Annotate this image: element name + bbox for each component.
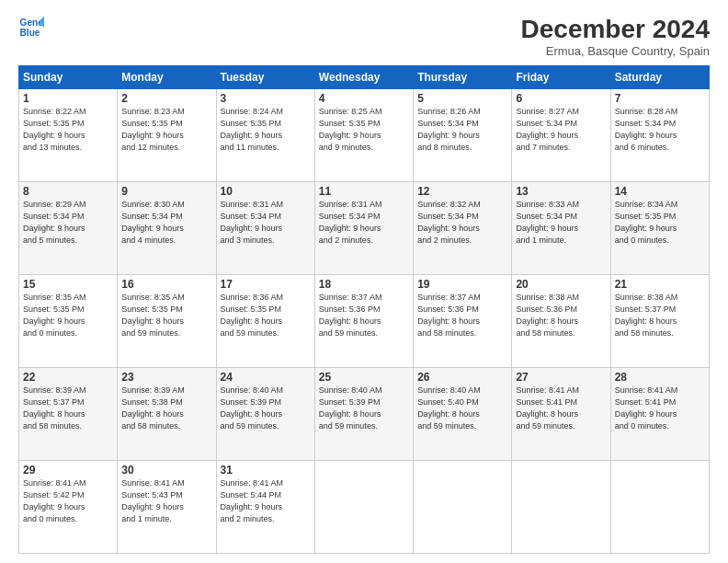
day-info: Sunrise: 8:41 AMSunset: 5:42 PMDaylight:… (23, 477, 113, 525)
day-number: 1 (23, 92, 113, 105)
calendar-cell: 30Sunrise: 8:41 AMSunset: 5:43 PMDayligh… (118, 461, 216, 554)
day-number: 7 (615, 92, 705, 105)
calendar-cell: 31Sunrise: 8:41 AMSunset: 5:44 PMDayligh… (216, 461, 314, 554)
day-info: Sunrise: 8:31 AMSunset: 5:34 PMDaylight:… (319, 199, 409, 247)
calendar-cell (314, 461, 413, 554)
day-number: 20 (516, 278, 606, 291)
calendar-cell: 19Sunrise: 8:37 AMSunset: 5:36 PMDayligh… (414, 275, 512, 368)
day-number: 30 (121, 464, 211, 477)
calendar-cell: 3Sunrise: 8:24 AMSunset: 5:35 PMDaylight… (216, 89, 314, 182)
day-number: 26 (417, 371, 507, 384)
calendar-cell: 8Sunrise: 8:29 AMSunset: 5:34 PMDaylight… (19, 182, 118, 275)
header-monday: Monday (118, 66, 216, 89)
day-info: Sunrise: 8:41 AMSunset: 5:43 PMDaylight:… (121, 477, 211, 525)
page: General Blue December 2024 Ermua, Basque… (0, 0, 728, 563)
calendar-header-row: Sunday Monday Tuesday Wednesday Thursday… (19, 66, 710, 89)
day-number: 18 (319, 278, 409, 291)
day-number: 21 (615, 278, 705, 291)
calendar-week-5: 29Sunrise: 8:41 AMSunset: 5:42 PMDayligh… (19, 461, 710, 554)
header-thursday: Thursday (414, 66, 512, 89)
day-number: 17 (221, 278, 311, 291)
day-number: 14 (615, 185, 705, 198)
calendar-cell: 2Sunrise: 8:23 AMSunset: 5:35 PMDaylight… (118, 89, 216, 182)
calendar-cell: 29Sunrise: 8:41 AMSunset: 5:42 PMDayligh… (19, 461, 118, 554)
calendar-cell (610, 461, 709, 554)
day-info: Sunrise: 8:37 AMSunset: 5:36 PMDaylight:… (319, 292, 409, 339)
calendar-cell: 18Sunrise: 8:37 AMSunset: 5:36 PMDayligh… (314, 275, 413, 368)
day-number: 6 (516, 92, 606, 105)
day-info: Sunrise: 8:41 AMSunset: 5:41 PMDaylight:… (516, 385, 606, 432)
calendar-cell: 23Sunrise: 8:39 AMSunset: 5:38 PMDayligh… (118, 368, 216, 461)
calendar-cell: 6Sunrise: 8:27 AMSunset: 5:34 PMDaylight… (512, 89, 610, 182)
day-info: Sunrise: 8:23 AMSunset: 5:35 PMDaylight:… (121, 106, 211, 154)
day-info: Sunrise: 8:39 AMSunset: 5:38 PMDaylight:… (121, 385, 211, 432)
day-info: Sunrise: 8:40 AMSunset: 5:40 PMDaylight:… (417, 385, 507, 432)
calendar-cell: 14Sunrise: 8:34 AMSunset: 5:35 PMDayligh… (610, 182, 709, 275)
day-number: 3 (221, 92, 311, 105)
header-friday: Friday (512, 66, 610, 89)
header-wednesday: Wednesday (314, 66, 413, 89)
calendar-week-2: 8Sunrise: 8:29 AMSunset: 5:34 PMDaylight… (19, 182, 710, 275)
calendar-cell (414, 461, 512, 554)
calendar-week-1: 1Sunrise: 8:22 AMSunset: 5:35 PMDaylight… (19, 89, 710, 182)
day-info: Sunrise: 8:28 AMSunset: 5:34 PMDaylight:… (615, 106, 705, 154)
calendar-cell: 22Sunrise: 8:39 AMSunset: 5:37 PMDayligh… (19, 368, 118, 461)
day-info: Sunrise: 8:27 AMSunset: 5:34 PMDaylight:… (516, 106, 606, 154)
top-section: General Blue December 2024 Ermua, Basque… (18, 15, 710, 58)
day-info: Sunrise: 8:40 AMSunset: 5:39 PMDaylight:… (319, 385, 409, 432)
day-info: Sunrise: 8:29 AMSunset: 5:34 PMDaylight:… (23, 199, 113, 247)
calendar-week-4: 22Sunrise: 8:39 AMSunset: 5:37 PMDayligh… (19, 368, 710, 461)
calendar-cell: 10Sunrise: 8:31 AMSunset: 5:34 PMDayligh… (216, 182, 314, 275)
day-info: Sunrise: 8:40 AMSunset: 5:39 PMDaylight:… (221, 385, 311, 432)
calendar-cell: 16Sunrise: 8:35 AMSunset: 5:35 PMDayligh… (118, 275, 216, 368)
day-number: 24 (221, 371, 311, 384)
day-number: 31 (221, 464, 311, 477)
day-info: Sunrise: 8:37 AMSunset: 5:36 PMDaylight:… (417, 292, 507, 339)
day-info: Sunrise: 8:34 AMSunset: 5:35 PMDaylight:… (615, 199, 705, 247)
day-number: 10 (221, 185, 311, 198)
day-info: Sunrise: 8:35 AMSunset: 5:35 PMDaylight:… (23, 292, 113, 339)
day-info: Sunrise: 8:36 AMSunset: 5:35 PMDaylight:… (221, 292, 311, 339)
day-info: Sunrise: 8:41 AMSunset: 5:41 PMDaylight:… (615, 385, 705, 432)
calendar-cell: 26Sunrise: 8:40 AMSunset: 5:40 PMDayligh… (414, 368, 512, 461)
day-info: Sunrise: 8:39 AMSunset: 5:37 PMDaylight:… (23, 385, 113, 432)
day-number: 15 (23, 278, 113, 291)
day-number: 2 (121, 92, 211, 105)
day-info: Sunrise: 8:31 AMSunset: 5:34 PMDaylight:… (221, 199, 311, 247)
day-number: 27 (516, 371, 606, 384)
header-sunday: Sunday (19, 66, 118, 89)
day-number: 5 (417, 92, 507, 105)
calendar-table: Sunday Monday Tuesday Wednesday Thursday… (18, 65, 710, 554)
day-info: Sunrise: 8:30 AMSunset: 5:34 PMDaylight:… (121, 199, 211, 247)
header-saturday: Saturday (610, 66, 709, 89)
calendar-cell: 25Sunrise: 8:40 AMSunset: 5:39 PMDayligh… (314, 368, 413, 461)
header-tuesday: Tuesday (216, 66, 314, 89)
day-number: 8 (23, 185, 113, 198)
calendar-cell: 15Sunrise: 8:35 AMSunset: 5:35 PMDayligh… (19, 275, 118, 368)
day-number: 9 (121, 185, 211, 198)
day-info: Sunrise: 8:41 AMSunset: 5:44 PMDaylight:… (221, 477, 311, 525)
day-number: 25 (319, 371, 409, 384)
calendar-cell: 12Sunrise: 8:32 AMSunset: 5:34 PMDayligh… (414, 182, 512, 275)
calendar-cell: 28Sunrise: 8:41 AMSunset: 5:41 PMDayligh… (610, 368, 709, 461)
calendar-cell: 13Sunrise: 8:33 AMSunset: 5:34 PMDayligh… (512, 182, 610, 275)
day-number: 19 (417, 278, 507, 291)
calendar-cell: 7Sunrise: 8:28 AMSunset: 5:34 PMDaylight… (610, 89, 709, 182)
subtitle: Ermua, Basque Country, Spain (521, 44, 710, 58)
calendar-cell: 9Sunrise: 8:30 AMSunset: 5:34 PMDaylight… (118, 182, 216, 275)
day-number: 22 (23, 371, 113, 384)
day-number: 13 (516, 185, 606, 198)
calendar-cell: 1Sunrise: 8:22 AMSunset: 5:35 PMDaylight… (19, 89, 118, 182)
calendar-cell: 27Sunrise: 8:41 AMSunset: 5:41 PMDayligh… (512, 368, 610, 461)
day-info: Sunrise: 8:25 AMSunset: 5:35 PMDaylight:… (319, 106, 409, 154)
calendar-cell: 24Sunrise: 8:40 AMSunset: 5:39 PMDayligh… (216, 368, 314, 461)
title-section: December 2024 Ermua, Basque Country, Spa… (521, 15, 710, 58)
calendar-week-3: 15Sunrise: 8:35 AMSunset: 5:35 PMDayligh… (19, 275, 710, 368)
calendar-cell: 17Sunrise: 8:36 AMSunset: 5:35 PMDayligh… (216, 275, 314, 368)
day-number: 16 (121, 278, 211, 291)
day-info: Sunrise: 8:35 AMSunset: 5:35 PMDaylight:… (121, 292, 211, 339)
day-number: 12 (417, 185, 507, 198)
day-number: 4 (319, 92, 409, 105)
day-number: 11 (319, 185, 409, 198)
generalblue-logo-icon: General Blue (18, 15, 44, 40)
